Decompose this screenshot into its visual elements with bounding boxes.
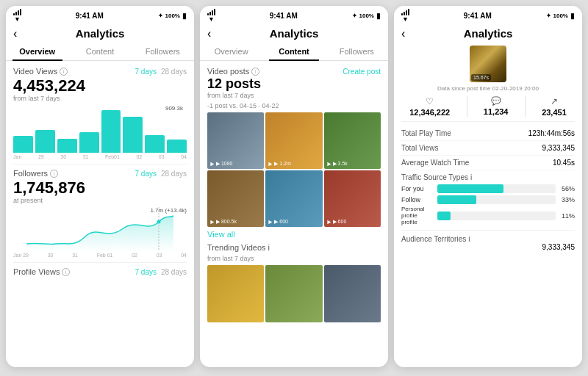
trending-cell-2[interactable] xyxy=(265,265,322,322)
photo-cell-2[interactable]: ▶ 1.2m xyxy=(265,112,322,169)
followers-value: 1,745,876 xyxy=(13,179,187,197)
tab-overview-2[interactable]: Overview xyxy=(200,43,262,60)
photo-badge-4: ▶ 800.5k xyxy=(209,219,237,225)
sb3 xyxy=(212,10,213,15)
stat-shares: ↗ 23,451 xyxy=(542,96,567,117)
svg-marker-3 xyxy=(269,162,273,166)
sb4-3 xyxy=(408,9,409,15)
phone-content: ▾ 9:41 AM ✦ 100% ▮ ‹ Analytics Overview … xyxy=(200,6,388,367)
profile-views-label: Profile Views i xyxy=(13,267,70,276)
status-signal-3: ▾ xyxy=(401,9,409,23)
audience-info[interactable]: i xyxy=(468,235,470,243)
status-signal: ▾ xyxy=(13,9,21,23)
followers-filters: 7 days 28 days xyxy=(135,170,187,178)
traffic-personal-bar xyxy=(437,212,556,220)
svg-marker-4 xyxy=(327,162,331,166)
divider-3 xyxy=(401,230,575,231)
signal-bar-3 xyxy=(18,10,19,15)
back-button-2[interactable]: ‹ xyxy=(207,27,211,40)
tab-content-2[interactable]: Content xyxy=(262,43,325,60)
traffic-row-follow: Follow 33% xyxy=(401,195,575,204)
posts-subnote: -1 post vs. 04-15 · 04-22 xyxy=(207,102,381,109)
trending-cell-3[interactable] xyxy=(324,265,381,322)
tab-followers-2[interactable]: Followers xyxy=(326,43,388,60)
bar-8 xyxy=(167,140,187,153)
bar-2 xyxy=(35,130,55,153)
status-icons-1: ✦ 100% ▮ xyxy=(158,12,187,20)
followers-info[interactable]: i xyxy=(50,170,58,178)
trending-cell-1[interactable] xyxy=(207,265,264,322)
traffic-source-label: Traffic Source Types i xyxy=(401,173,575,181)
traffic-personal-fill xyxy=(437,212,451,220)
sb4 xyxy=(214,9,215,15)
thumb-image: 15.67s xyxy=(470,46,506,82)
tabs-1: Overview Content Followers xyxy=(6,43,194,61)
back-button-1[interactable]: ‹ xyxy=(13,27,17,40)
tab-content-1[interactable]: Content xyxy=(68,43,131,60)
video-posts-info[interactable]: i xyxy=(251,68,259,76)
video-views-filters: 7 days 28 days xyxy=(135,68,187,76)
stat-comments: 💬 11,234 xyxy=(484,96,509,117)
battery-pct-2: 100% xyxy=(359,12,374,19)
photo-grid: ▶ 1080 ▶ 1.2m ▶ 3.5k xyxy=(207,112,381,228)
avg-watch-label: Average Watch Time xyxy=(401,159,469,167)
status-time-2: 9:41 AM xyxy=(270,12,298,20)
profile-views-info[interactable]: i xyxy=(62,268,70,276)
filter-28days-pv[interactable]: 28 days xyxy=(161,268,187,276)
photo-cell-1[interactable]: ▶ 1080 xyxy=(207,112,264,169)
filter-7days-vv[interactable]: 7 days xyxy=(135,68,157,76)
filter-28days-f[interactable]: 28 days xyxy=(161,170,187,178)
bluetooth-icon-3: ✦ xyxy=(546,12,551,19)
tab-followers-1[interactable]: Followers xyxy=(132,43,194,60)
profile-views-filters: 7 days 28 days xyxy=(135,268,187,276)
stat-likes-value: 12,346,222 xyxy=(409,108,450,117)
signal-bars-2 xyxy=(207,9,215,15)
svg-point-1 xyxy=(157,220,161,224)
photo-cell-3[interactable]: ▶ 3.5k xyxy=(324,112,381,169)
nav-title-3: Analytics xyxy=(464,27,513,40)
traffic-foryou-pct: 56% xyxy=(559,185,575,192)
create-post-link[interactable]: Create post xyxy=(343,68,381,76)
profile-views-header: Profile Views i 7 days 28 days xyxy=(13,267,187,276)
status-bar-2: ▾ 9:41 AM ✦ 100% ▮ xyxy=(200,6,388,24)
screens-container: ▾ 9:41 AM ✦ 100% ▮ ‹ Analytics Overview … xyxy=(0,0,588,376)
followers-sublabel: at present xyxy=(13,197,187,204)
photo-cell-5[interactable]: ▶ 600 xyxy=(265,170,322,227)
video-posts-label: Video posts i xyxy=(207,67,259,76)
heart-icon: ♡ xyxy=(426,96,434,106)
play-time-value: 123h:44m:56s xyxy=(528,129,575,137)
data-since: Data since post time 02-20-2019 20:00 xyxy=(401,85,575,92)
bar-5 xyxy=(101,110,121,153)
content-tab-content: Video posts i Create post 12 posts from … xyxy=(200,61,388,367)
battery-icon-2: ▮ xyxy=(376,12,381,20)
posts-sublabel: from last 7 days xyxy=(207,92,381,99)
traffic-info[interactable]: i xyxy=(470,173,472,181)
trending-info[interactable]: i xyxy=(268,243,270,252)
view-all-link[interactable]: View all xyxy=(207,230,381,239)
filter-28days-vv[interactable]: 28 days xyxy=(161,68,187,76)
photo-cell-4[interactable]: ▶ 800.5k xyxy=(207,170,264,227)
video-views-info[interactable]: i xyxy=(60,68,68,76)
trending-sublabel: from last 7 days xyxy=(207,255,381,262)
divider-2 xyxy=(13,262,187,263)
photo-cell-6[interactable]: ▶ 600 xyxy=(324,170,381,227)
tabs-2: Overview Content Followers xyxy=(200,43,388,61)
battery-icon-1: ▮ xyxy=(182,12,187,20)
filter-7days-pv[interactable]: 7 days xyxy=(135,268,157,276)
traffic-follow-bar xyxy=(437,195,556,204)
status-bar-1: ▾ 9:41 AM ✦ 100% ▮ xyxy=(6,6,194,24)
back-button-3[interactable]: ‹ xyxy=(401,27,405,40)
traffic-personal-name: Personal profile profile xyxy=(401,206,434,225)
signal-bar-4 xyxy=(20,9,21,15)
signal-bars-3 xyxy=(401,9,409,15)
play-time-label: Total Play Time xyxy=(401,129,451,137)
bluetooth-icon: ✦ xyxy=(158,12,163,19)
detail-thumb-container: 15.67s xyxy=(401,46,575,82)
traffic-foryou-name: For you xyxy=(401,185,434,192)
tab-overview-1[interactable]: Overview xyxy=(6,43,68,60)
battery-pct-1: 100% xyxy=(165,12,180,19)
filter-7days-f[interactable]: 7 days xyxy=(135,170,157,178)
nav-title-1: Analytics xyxy=(76,27,125,40)
photo-badge-2: ▶ 1.2m xyxy=(268,161,291,167)
posts-count: 12 posts xyxy=(207,77,381,92)
